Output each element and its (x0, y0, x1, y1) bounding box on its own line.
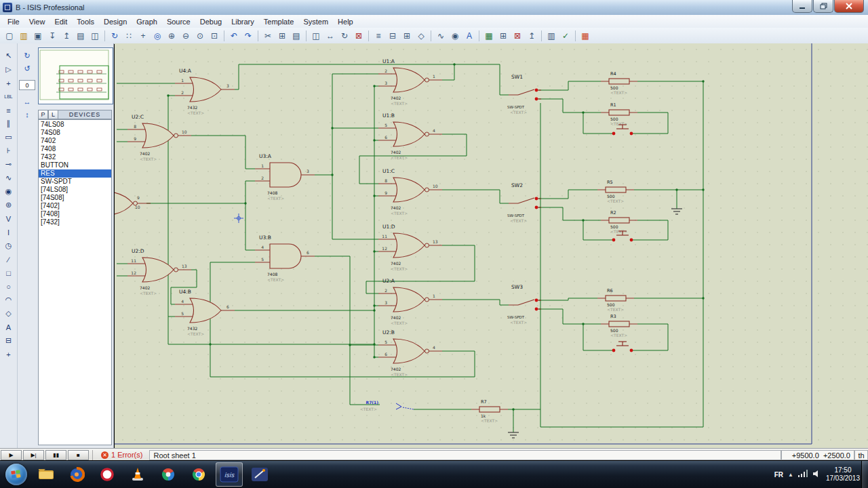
bus-mode-icon[interactable]: ∥ (2, 119, 16, 128)
undo-icon[interactable]: ↶ (227, 29, 241, 42)
new-file-icon[interactable]: ▢ (3, 29, 16, 42)
taskbar-media-player[interactable] (155, 462, 182, 487)
device-item[interactable]: 7402 (39, 137, 111, 145)
device-item[interactable]: [7432] (39, 218, 111, 226)
overview-panel[interactable] (38, 47, 113, 104)
cut-icon[interactable]: ✂ (261, 29, 275, 42)
menu-graph[interactable]: Graph (132, 16, 162, 27)
menu-debug[interactable]: Debug (195, 16, 226, 27)
zoom-area-icon[interactable]: ⊡ (208, 29, 221, 42)
wire-autorouter-icon[interactable]: ∿ (434, 29, 448, 42)
device-item[interactable]: [7402] (39, 202, 111, 210)
export-section-icon[interactable]: ↥ (60, 29, 73, 42)
pick-button[interactable]: P (38, 110, 48, 119)
property-assignment-icon[interactable]: A (462, 29, 476, 42)
selection-pointer-icon[interactable]: ↖ (2, 52, 16, 60)
device-item[interactable]: 7432 (39, 153, 111, 161)
virtual-instruments-mode-icon[interactable]: ◷ (2, 241, 16, 250)
rotation-angle-field[interactable]: 0 (19, 80, 35, 90)
2d-box-icon[interactable]: □ (2, 268, 16, 277)
paste-icon[interactable]: ▤ (290, 29, 303, 42)
menu-edit[interactable]: Edit (50, 16, 72, 27)
print-icon[interactable]: ▤ (74, 29, 87, 42)
redo-icon[interactable]: ↷ (241, 29, 255, 42)
2d-line-icon[interactable]: ∕ (2, 255, 16, 264)
junction-dot-mode-icon[interactable]: + (2, 79, 16, 87)
generator-mode-icon[interactable]: ⊛ (2, 201, 16, 209)
netlist-to-ares-icon[interactable]: ▦ (578, 29, 592, 42)
search-and-tag-icon[interactable]: ◉ (448, 29, 462, 42)
toggle-grid-icon[interactable]: ∷ (122, 29, 136, 42)
design-explorer-icon[interactable]: ▦ (482, 29, 496, 42)
device-pins-mode-icon[interactable]: ⊸ (2, 160, 16, 169)
redraw-icon[interactable]: ↻ (108, 29, 121, 42)
zoom-in-icon[interactable]: ⊕ (165, 29, 178, 42)
taskbar-opera[interactable] (94, 462, 121, 487)
device-item[interactable]: [74LS08] (39, 186, 111, 194)
decompose-icon[interactable]: ◇ (414, 29, 428, 42)
clock[interactable]: 17:50 17/03/2013 (826, 466, 860, 483)
stop-button[interactable]: ■ (68, 450, 89, 460)
close-button[interactable] (834, 0, 864, 13)
2d-text-icon[interactable]: A (2, 323, 16, 331)
block-rotate-icon[interactable]: ↻ (338, 29, 351, 42)
subcircuit-mode-icon[interactable]: ▭ (2, 133, 16, 142)
block-copy-icon[interactable]: ◫ (309, 29, 323, 42)
error-icon[interactable]: ✕ (101, 451, 108, 459)
device-item[interactable]: BUTTON (39, 161, 111, 169)
pick-parts-icon[interactable]: ≡ (372, 29, 385, 42)
device-item[interactable]: RES (39, 169, 111, 178)
error-count[interactable]: 1 Error(s) (111, 451, 142, 459)
step-button[interactable]: ▶| (23, 450, 44, 460)
taskbar-windows-explorer[interactable] (33, 462, 60, 487)
2d-arc-icon[interactable]: ◠ (2, 296, 16, 304)
device-item[interactable]: 74S08 (39, 129, 111, 137)
menu-view[interactable]: View (24, 16, 50, 27)
device-item[interactable]: 74LS08 (39, 121, 111, 129)
taskbar-ares[interactable] (246, 462, 273, 487)
schematic-canvas[interactable]: U4:A7432<TEXT>123U2:C7402<TEXT>8910U3:A7… (115, 43, 868, 448)
menu-help[interactable]: Help (333, 16, 358, 27)
rotate-anticlockwise-button[interactable]: ↺ (20, 64, 34, 73)
wire-label-mode-icon[interactable]: LBL (2, 92, 16, 101)
make-device-icon[interactable]: ⊟ (386, 29, 399, 42)
device-item[interactable]: 7408 (39, 145, 111, 153)
hidden-icons-arrow[interactable]: ▲ (788, 472, 793, 478)
taskbar-isis[interactable]: isis (216, 462, 243, 487)
block-move-icon[interactable]: ↔ (323, 29, 337, 42)
restore-button[interactable] (813, 0, 833, 13)
graph-mode-icon[interactable]: ∿ (2, 174, 16, 182)
2d-circle-icon[interactable]: ○ (2, 282, 16, 291)
mirror-horizontal-button[interactable]: ↔ (20, 97, 34, 106)
play-button[interactable]: ▶ (1, 450, 22, 460)
2d-markers-icon[interactable]: + (2, 350, 16, 359)
menu-library[interactable]: Library (226, 16, 259, 27)
bill-of-materials-icon[interactable]: ▥ (545, 29, 558, 42)
packaging-tool-icon[interactable]: ⊞ (400, 29, 414, 42)
menu-template[interactable]: Template (259, 16, 299, 27)
exit-to-parent-icon[interactable]: ↥ (525, 29, 538, 42)
terminals-mode-icon[interactable]: ⊦ (2, 146, 16, 155)
zoom-out-icon[interactable]: ⊖ (179, 29, 193, 42)
network-icon[interactable] (798, 468, 808, 481)
new-root-sheet-icon[interactable]: ⊞ (496, 29, 510, 42)
taskbar-chrome[interactable] (185, 462, 212, 487)
taskbar-firefox[interactable] (63, 462, 90, 487)
text-script-mode-icon[interactable]: ≡ (2, 106, 16, 115)
rotate-clockwise-button[interactable]: ↻ (20, 52, 34, 60)
device-item[interactable]: [74S08] (39, 194, 111, 202)
2d-symbols-icon[interactable]: ⊟ (2, 336, 16, 345)
device-item[interactable]: [7408] (39, 210, 111, 218)
import-section-icon[interactable]: ↧ (45, 29, 59, 42)
open-folder-icon[interactable]: ▥ (17, 29, 31, 42)
library-button[interactable]: L (48, 110, 58, 119)
menu-tools[interactable]: Tools (72, 16, 99, 27)
start-button[interactable] (5, 464, 27, 485)
electrical-rules-check-icon[interactable]: ✓ (559, 29, 572, 42)
pause-button[interactable]: ▮▮ (45, 450, 66, 460)
mirror-vertical-button[interactable]: ↕ (20, 110, 34, 119)
save-icon[interactable]: ▣ (31, 29, 45, 42)
minimize-button[interactable] (792, 0, 812, 13)
voltage-probe-mode-icon[interactable]: V (2, 214, 16, 223)
show-desktop-button[interactable] (861, 461, 868, 488)
